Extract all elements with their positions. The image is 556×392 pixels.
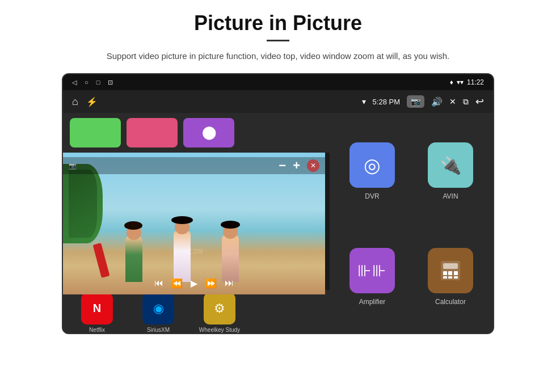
camera-button[interactable]: 📷 [407,95,424,108]
watermark: VCZ09 [185,248,203,255]
home-nav-icon[interactable]: ○ [85,79,89,86]
siriusxm-icon[interactable]: ◉ [142,293,174,324]
pip-minus-button[interactable]: − [279,158,286,173]
bottom-app-wheelkey[interactable]: ⚙ Wheelkey Study [191,293,248,333]
svg-rect-2 [443,271,447,275]
dvr-label: DVR [365,192,379,200]
wheelkey-label: Wheelkey Study [199,327,240,333]
app-icon-wheelkey-top[interactable]: ⬤ [183,118,234,147]
pip-camera-icon: 📷 [69,162,77,170]
wifi-icon: ▾ [362,97,366,106]
content-area: ⬤ [63,113,493,334]
app-item-amplifier[interactable]: ⊪⊪ Amplifier [336,227,408,326]
pip-close-button[interactable]: ✕ [307,159,319,172]
svg-rect-5 [443,276,447,279]
fast-forward-button[interactable]: ⏩ [205,278,217,289]
toolbar-left: ⌂ ⚡ [72,96,98,108]
pip-video[interactable]: 📷 − + ✕ ⏮ ⏪ ▶ ⏩ ⏭ [63,153,325,294]
signal-icon: ▾▾ [457,78,464,86]
bottom-app-row: N Netflix ◉ SiriusXM ⚙ Whee [63,290,330,334]
pip-playback-controls[interactable]: ⏮ ⏪ ▶ ⏩ ⏭ [63,275,325,291]
pip-controls-right[interactable]: − + ✕ [279,158,319,173]
avin-label: AVIN [443,192,458,200]
volume-icon[interactable]: 🔊 [431,96,443,107]
app-row-top: ⬤ [63,113,330,153]
status-bar: ◁ ○ □ ⊡ ♦ ▾▾ 11:22 [63,74,493,90]
title-divider [267,40,289,41]
amplifier-icon[interactable]: ⊪⊪ [349,248,395,293]
siriusxm-label: SiriusXM [147,327,170,333]
avin-icon[interactable]: 🔌 [428,142,473,188]
page-subtitle: Support video picture in picture functio… [107,49,449,63]
app-toolbar: ⌂ ⚡ ▾ 5:28 PM 📷 🔊 ✕ ⧉ ↩ [63,90,493,113]
menu-nav-icon[interactable]: ⊡ [108,79,113,86]
home-icon[interactable]: ⌂ [72,96,78,108]
svg-rect-3 [448,271,452,275]
app-item-calculator[interactable]: Calculator [415,227,486,326]
skip-back-button[interactable]: ⏮ [154,278,163,288]
netflix-icon[interactable]: N [81,293,113,324]
app-item-avin[interactable]: 🔌 AVIN [415,122,486,221]
calculator-label: Calculator [435,298,466,306]
status-time: 11:22 [467,78,484,86]
svg-rect-1 [443,263,458,269]
usb-icon: ⚡ [86,96,98,107]
window-icon[interactable]: ⧉ [463,97,469,107]
svg-rect-6 [448,276,452,279]
back-nav-icon[interactable]: ◁ [72,79,77,86]
wheelkey-icon[interactable]: ⚙ [204,293,235,324]
page-title: Picture in Picture [194,11,362,35]
status-bar-left: ◁ ○ □ ⊡ [72,79,113,86]
pip-controls-bar: 📷 − + ✕ [63,157,325,174]
netflix-label: Netflix [89,327,105,333]
play-button[interactable]: ▶ [191,278,197,289]
bottom-app-sirius[interactable]: ◉ SiriusXM [130,293,187,333]
rewind-button[interactable]: ⏪ [171,278,183,289]
back-icon[interactable]: ↩ [475,95,484,108]
page-wrapper: Picture in Picture Support video picture… [0,0,556,392]
calculator-icon[interactable] [428,248,473,293]
amplifier-label: Amplifier [359,298,386,306]
app-icon-netflix-top[interactable] [70,118,121,147]
skip-forward-button[interactable]: ⏭ [225,278,234,288]
bottom-app-netflix[interactable]: N Netflix [69,293,125,333]
svg-rect-7 [454,276,458,279]
device-frame: ◁ ○ □ ⊡ ♦ ▾▾ 11:22 ⌂ ⚡ ▾ 5:28 PM 📷 🔊 [62,73,494,334]
pip-controls-left: 📷 [69,162,77,170]
video-section: ⬤ [63,113,330,334]
recents-nav-icon[interactable]: □ [96,79,100,86]
app-grid-section: ◎ DVR 🔌 AVIN ⊪⊪ Amplifier [330,113,493,334]
location-icon: ♦ [450,78,453,86]
toolbar-time: 5:28 PM [373,98,400,106]
close-window-icon[interactable]: ✕ [449,97,456,106]
status-bar-right: ♦ ▾▾ 11:22 [450,78,484,86]
calculator-svg [439,259,462,283]
app-icon-sirius-top[interactable] [127,118,178,147]
dvr-icon[interactable]: ◎ [349,142,395,188]
pip-plus-button[interactable]: + [293,158,300,173]
app-item-dvr[interactable]: ◎ DVR [336,122,408,221]
svg-rect-4 [454,271,458,275]
toolbar-right: ▾ 5:28 PM 📷 🔊 ✕ ⧉ ↩ [362,95,484,108]
